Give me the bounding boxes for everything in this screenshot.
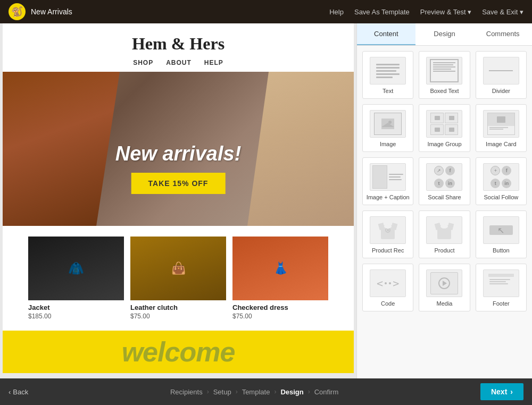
block-social-follow[interactable]: + f t in Social Follow bbox=[476, 157, 527, 205]
save-as-template-link[interactable]: Save As Template bbox=[354, 8, 410, 16]
left-bracket-icon: < bbox=[377, 277, 383, 290]
block-footer[interactable]: Footer bbox=[476, 264, 527, 311]
hero-background: New arrivals! TAKE 15% OFF bbox=[3, 72, 354, 226]
tab-design[interactable]: Design bbox=[415, 23, 474, 45]
image-block-icon bbox=[370, 110, 406, 138]
block-button[interactable]: ↖ Button bbox=[476, 210, 527, 258]
footer-block-icon bbox=[483, 269, 519, 297]
right-panel-tabs: Content Design Comments bbox=[357, 23, 532, 46]
linkedin-share-icon: in bbox=[445, 179, 455, 188]
footer-block-label: Footer bbox=[493, 300, 510, 307]
block-image-card[interactable]: Image Card bbox=[476, 104, 527, 152]
product-rec-shirt-icon: ♥ bbox=[379, 221, 397, 239]
product-rec-block-icon: ♥ bbox=[370, 216, 406, 244]
step-sep-2: › bbox=[274, 388, 276, 395]
divider-block-label: Divider bbox=[492, 88, 510, 94]
shop-link[interactable]: SHOP bbox=[133, 59, 153, 66]
cursor-icon: ↖ bbox=[497, 225, 504, 235]
product-name-2: Checkered dress bbox=[232, 303, 328, 311]
content-blocks-grid: Text Boxed Text bbox=[357, 46, 532, 378]
image-group-block-label: Image Group bbox=[427, 141, 461, 147]
footer-bar-icon bbox=[488, 274, 514, 277]
block-product-rec[interactable]: ♥ Product Rec bbox=[362, 210, 413, 258]
bottom-nav: ‹ Back Recipients › Setup › Template › D… bbox=[0, 378, 532, 405]
back-button[interactable]: ‹ Back bbox=[9, 388, 28, 396]
step-template: Template bbox=[242, 388, 270, 396]
product-image-jacket: 🧥 bbox=[28, 237, 124, 300]
media-block-icon bbox=[426, 269, 462, 297]
product-name-0: Jacket bbox=[28, 303, 124, 311]
step-setup: Setup bbox=[213, 388, 231, 396]
step-sep-3: › bbox=[308, 388, 310, 395]
email-hero: New arrivals! TAKE 15% OFF bbox=[3, 72, 354, 226]
image-card-block-icon bbox=[483, 110, 519, 138]
product-image-clutch: 👜 bbox=[130, 237, 226, 300]
block-product[interactable]: Product bbox=[419, 210, 470, 258]
product-shirt-icon bbox=[435, 221, 453, 239]
preview-test-link[interactable]: Preview & Test ▾ bbox=[420, 8, 471, 16]
product-block-label: Product bbox=[435, 247, 455, 254]
hero-title: New arrivals! bbox=[115, 142, 242, 165]
image-caption-block-label: Image + Caption bbox=[367, 194, 410, 200]
block-social-share[interactable]: ↗ f t in Socail Share bbox=[419, 157, 470, 205]
email-footer-yellow: welcome bbox=[3, 331, 354, 373]
step-design: Design bbox=[280, 388, 303, 396]
media-block-label: Media bbox=[437, 300, 453, 307]
text-lines-icon bbox=[373, 61, 403, 81]
block-code[interactable]: < > Code bbox=[362, 264, 413, 311]
step-recipients: Recipients bbox=[170, 388, 203, 396]
main-layout: Hem & Hers SHOP ABOUT HELP New arrivals!… bbox=[0, 23, 532, 378]
save-exit-link[interactable]: Save & Exit ▾ bbox=[482, 8, 523, 16]
chevron-left-icon: ‹ bbox=[9, 388, 11, 396]
boxed-text-block-icon bbox=[426, 57, 462, 85]
social-follow-block-icon: + f t in bbox=[483, 163, 519, 191]
chevron-right-icon: › bbox=[510, 387, 513, 396]
brand-name: Hem & Hers bbox=[3, 34, 354, 54]
top-nav: 🐒 New Arrivals Help Save As Template Pre… bbox=[0, 0, 532, 23]
footer-decorative-text: welcome bbox=[122, 336, 235, 368]
text-block-icon bbox=[370, 57, 406, 85]
boxed-text-block-label: Boxed Text bbox=[430, 88, 459, 94]
facebook-share-icon: f bbox=[445, 166, 455, 175]
step-sep-1: › bbox=[236, 388, 238, 395]
email-header: Hem & Hers SHOP ABOUT HELP bbox=[3, 23, 354, 72]
product-item: 👗 Checkered dress $75.00 bbox=[232, 237, 328, 320]
code-block-label: Code bbox=[381, 300, 395, 307]
right-panel: Content Design Comments Text bbox=[356, 23, 532, 378]
image-caption-block-icon bbox=[370, 163, 406, 191]
text-block-label: Text bbox=[383, 88, 393, 94]
play-icon bbox=[438, 277, 450, 289]
hero-cta-button[interactable]: TAKE 15% OFF bbox=[131, 173, 226, 194]
help-link[interactable]: Help bbox=[329, 8, 344, 16]
tab-content[interactable]: Content bbox=[357, 23, 415, 45]
product-name-1: Leather clutch bbox=[130, 303, 226, 311]
block-image-group[interactable]: Image Group bbox=[419, 104, 470, 152]
email-nav: SHOP ABOUT HELP bbox=[3, 59, 354, 66]
block-media[interactable]: Media bbox=[419, 264, 470, 311]
hero-overlay: New arrivals! TAKE 15% OFF bbox=[115, 142, 242, 194]
block-image[interactable]: Image bbox=[362, 104, 413, 152]
step-sep-0: › bbox=[207, 388, 209, 395]
image-card-block-label: Image Card bbox=[486, 141, 516, 147]
top-nav-actions: Help Save As Template Preview & Test ▾ S… bbox=[329, 8, 523, 16]
block-text[interactable]: Text bbox=[362, 51, 413, 99]
product-price-2: $75.00 bbox=[232, 313, 328, 320]
breadcrumb-steps: Recipients › Setup › Template › Design ›… bbox=[28, 388, 480, 396]
block-divider[interactable]: Divider bbox=[476, 51, 527, 99]
block-boxed-text[interactable]: Boxed Text bbox=[419, 51, 470, 99]
email-preview: Hem & Hers SHOP ABOUT HELP New arrivals!… bbox=[3, 23, 354, 373]
block-image-caption[interactable]: Image + Caption bbox=[362, 157, 413, 205]
image-block-label: Image bbox=[380, 141, 396, 147]
help-nav-link[interactable]: HELP bbox=[204, 59, 223, 66]
next-button[interactable]: Next › bbox=[480, 383, 523, 400]
preview-panel: Hem & Hers SHOP ABOUT HELP New arrivals!… bbox=[0, 23, 356, 378]
product-price-1: $75.00 bbox=[130, 313, 226, 320]
linkedin-follow-icon: in bbox=[502, 179, 511, 188]
about-link[interactable]: ABOUT bbox=[166, 59, 192, 66]
mailchimp-logo: 🐒 bbox=[9, 3, 26, 20]
app-title: New Arrivals bbox=[31, 7, 329, 16]
product-image-dress: 👗 bbox=[232, 237, 328, 300]
divider-block-icon bbox=[483, 57, 519, 85]
button-block-label: Button bbox=[493, 247, 510, 254]
tab-comments[interactable]: Comments bbox=[473, 23, 532, 45]
